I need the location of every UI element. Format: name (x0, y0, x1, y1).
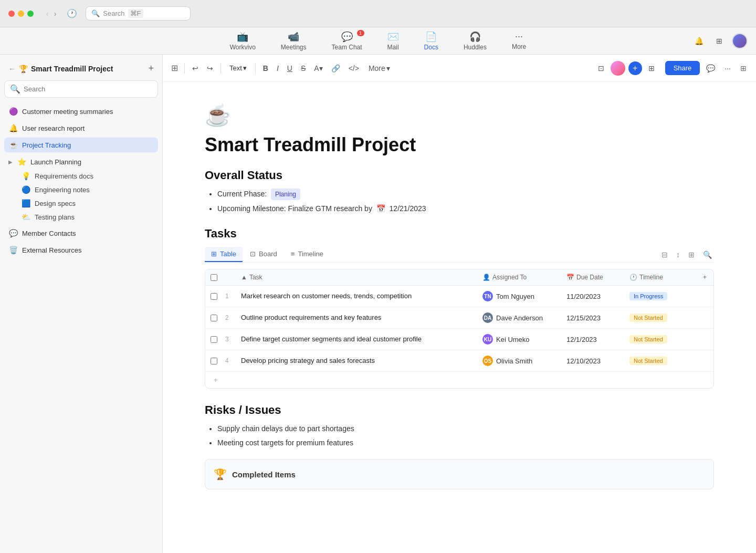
notifications-button[interactable]: 🔔 (691, 35, 707, 47)
history-button[interactable]: 🕐 (65, 6, 79, 20)
topnav-mail[interactable]: ✉️ Mail (383, 28, 403, 54)
sidebar-item-design-specs[interactable]: 🟦 Design specs (17, 196, 158, 210)
topnav-right: 🔔 ⊞ (691, 33, 748, 49)
project-icon: 🏆 (19, 65, 28, 73)
topnav-teamchat[interactable]: 💬 Team Chat 1 (328, 28, 366, 54)
search-tasks-button[interactable]: 🔍 (701, 248, 714, 261)
fullscreen-button[interactable]: ⊡ (595, 62, 607, 75)
undo-button[interactable]: ↩ (189, 62, 202, 75)
project-tracking-icon: ☕ (8, 141, 18, 149)
task-col-label: Task (249, 274, 262, 281)
main-layout: ← 🏆 Smart Treadmill Project + 🔍 🟣 Custom… (0, 55, 756, 553)
row-checkbox[interactable] (211, 336, 217, 343)
maximize-button[interactable] (27, 11, 34, 17)
text-format-button[interactable]: Text ▾ (225, 62, 251, 74)
sidebar-add-button[interactable]: + (148, 63, 154, 74)
td-extra (698, 356, 713, 366)
completed-title: Completed Items (232, 470, 296, 479)
th-due: 📅 Due Date (561, 269, 624, 285)
filter-tasks-button[interactable]: ⊟ (659, 248, 670, 261)
td-task-name[interactable]: Market research on customer needs, trend… (236, 286, 477, 306)
sidebar: ← 🏆 Smart Treadmill Project + 🔍 🟣 Custom… (0, 55, 163, 553)
top-navigation: 📺 Workvivo 📹 Meetings 💬 Team Chat 1 ✉️ M… (0, 27, 756, 55)
sidebar-item-testing-plans[interactable]: ⛅ Testing plans (17, 210, 158, 224)
sidebar-item-label: User research report (22, 124, 85, 132)
sidebar-item-label: Customer meeting summaries (22, 108, 113, 116)
add-row-icon: + (214, 376, 218, 384)
search-shortcut: ⌘F (128, 9, 143, 18)
completed-section[interactable]: 🏆 Completed Items (205, 459, 714, 489)
td-check[interactable] (205, 309, 220, 327)
sidebar-item-label: Requirements docs (35, 172, 93, 180)
td-task-name[interactable]: Develop pricing strategy and sales forec… (236, 351, 477, 371)
bold-button[interactable]: B (260, 62, 271, 75)
comment-button[interactable]: 💬 (703, 62, 718, 75)
layout-toggle-button[interactable]: ⊞ (737, 62, 750, 75)
sidebar-item-launch-planning[interactable]: ▶ ⭐ Launch Planning (4, 154, 158, 169)
italic-button[interactable]: I (274, 62, 282, 75)
underline-button[interactable]: U (284, 62, 296, 75)
back-nav-button[interactable]: ‹ (44, 8, 51, 19)
td-task-name[interactable]: Outline product requirements and key fea… (236, 308, 477, 328)
text-color-button[interactable]: A▾ (311, 62, 326, 75)
layout-button[interactable]: ⊞ (713, 35, 726, 47)
sidebar-back-button[interactable]: ← (8, 65, 16, 73)
topnav-meetings[interactable]: 📹 Meetings (277, 28, 311, 54)
tasks-tabs: ⊞ Table ⊡ Board ≡ Timeline ⊟ ↕ ⊞ (205, 247, 714, 263)
topnav-huddles[interactable]: 🎧 Huddles (459, 28, 491, 54)
td-due: 12/10/2023 (561, 352, 624, 370)
tab-board[interactable]: ⊡ Board (244, 247, 284, 262)
topnav-mail-label: Mail (387, 44, 399, 51)
expand-arrow-icon: ▶ (8, 159, 13, 165)
tab-table[interactable]: ⊞ Table (205, 247, 243, 262)
select-all-checkbox[interactable] (211, 274, 217, 281)
group-tasks-button[interactable]: ⊞ (686, 248, 697, 261)
risks-section: Risks / Issues Supply chain delays due t… (205, 403, 714, 448)
strikethrough-button[interactable]: S (298, 62, 309, 75)
sidebar-item-requirements-docs[interactable]: 💡 Requirements docs (17, 169, 158, 183)
row-checkbox[interactable] (211, 315, 217, 321)
topnav-workvivo[interactable]: 📺 Workvivo (226, 28, 260, 54)
th-add-col[interactable]: + (698, 269, 713, 285)
sidebar-item-member-contacts[interactable]: 💬 Member Contacts (4, 226, 158, 241)
status-badge: Not Started (629, 357, 667, 365)
document-title: Smart Treadmill Project (205, 134, 714, 156)
row-checkbox[interactable] (211, 293, 217, 300)
user-avatar[interactable] (732, 33, 748, 49)
td-check[interactable] (205, 352, 220, 370)
forward-nav-button[interactable]: › (52, 8, 59, 19)
share-button[interactable]: Share (665, 61, 700, 75)
global-search-bar[interactable]: 🔍 Search ⌘F (86, 6, 191, 20)
more-toolbar-button[interactable]: More ▾ (364, 62, 394, 75)
sort-tasks-button[interactable]: ↕ (674, 248, 682, 261)
ellipsis-button[interactable]: ··· (721, 62, 734, 75)
assignee-avatar: TN (482, 291, 493, 301)
tab-timeline[interactable]: ≡ Timeline (285, 247, 330, 262)
minimize-button[interactable] (18, 11, 24, 17)
sidebar-item-project-tracking[interactable]: ☕ Project Tracking (4, 138, 158, 152)
assignee-avatar: DA (482, 312, 493, 323)
filter-button[interactable]: ⊞ (645, 62, 658, 75)
sidebar-item-engineering-notes[interactable]: 🔵 Engineering notes (17, 183, 158, 196)
sidebar-search-input[interactable] (24, 85, 152, 93)
td-check[interactable] (205, 288, 220, 305)
code-button[interactable]: </> (345, 62, 362, 75)
sidebar-item-external-resources[interactable]: 🗑️ External Resources (4, 243, 158, 257)
row-checkbox[interactable] (211, 358, 217, 364)
sidebar-item-user-research[interactable]: 🔔 User research report (4, 121, 158, 135)
add-task-row[interactable]: + (205, 372, 713, 388)
sidebar-toggle-button[interactable]: ⊞ (169, 61, 180, 75)
link-button[interactable]: 🔗 (328, 62, 343, 75)
add-content-button[interactable]: + (628, 61, 642, 75)
topnav-docs[interactable]: 📄 Docs (420, 28, 443, 54)
sidebar-item-customer-meeting[interactable]: 🟣 Customer meeting summaries (4, 104, 158, 119)
close-button[interactable] (8, 11, 15, 17)
td-check[interactable] (205, 331, 220, 348)
topnav-more[interactable]: ··· More (508, 28, 530, 54)
engineering-notes-icon: 🔵 (21, 185, 30, 194)
redo-button[interactable]: ↪ (204, 62, 216, 75)
sidebar-search[interactable]: 🔍 (4, 80, 158, 98)
toolbar-separator (184, 63, 185, 74)
completed-icon: 🏆 (214, 468, 227, 481)
td-task-name[interactable]: Define target customer segments and idea… (236, 329, 477, 349)
